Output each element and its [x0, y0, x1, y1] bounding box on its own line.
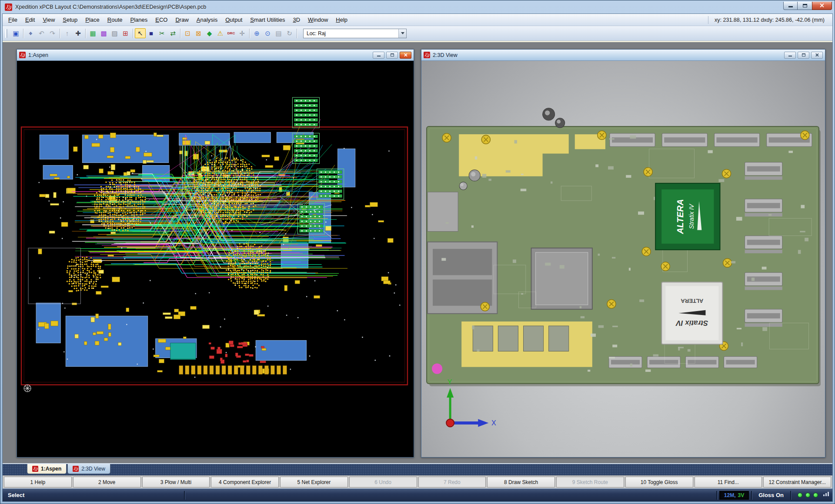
- menu-output[interactable]: Output: [221, 15, 246, 24]
- drc-ok-icon[interactable]: ◆: [204, 28, 215, 38]
- menu-3d[interactable]: 3D: [289, 15, 304, 24]
- function-key-11-find[interactable]: 11 Find...: [695, 477, 762, 487]
- toolbar-separator: [60, 29, 60, 38]
- function-key-4-component-explorer[interactable]: 4 Component Explorer: [211, 477, 279, 487]
- menu-help[interactable]: Help: [332, 15, 351, 24]
- zoom-page-icon[interactable]: ⊙: [262, 28, 273, 38]
- place-parts-icon[interactable]: ▩: [98, 28, 109, 38]
- combobox-dropdown-icon[interactable]: [398, 29, 406, 38]
- drc-off-icon[interactable]: ✛: [237, 28, 247, 38]
- fpga-chip-green: ALTERA Stratix IV: [655, 183, 720, 250]
- 3d-view-window-controls: [784, 52, 823, 59]
- aspen-minimize-button[interactable]: [373, 52, 384, 59]
- board-display-icon[interactable]: ▦: [87, 28, 98, 38]
- find-icon[interactable]: ⌖: [25, 28, 36, 38]
- app-titlebar[interactable]: Xpedition xPCB Layout C:\Demonstrations\…: [0, 0, 835, 13]
- app-client-area: File Edit View Setup Place Route Planes …: [2, 13, 833, 502]
- maximize-button[interactable]: [798, 2, 812, 10]
- mentor-logo-icon: [19, 52, 26, 58]
- 3d-minimize-button[interactable]: [784, 52, 796, 59]
- route-mode-icon[interactable]: ✂: [157, 28, 167, 38]
- menu-planes[interactable]: Planes: [127, 15, 152, 24]
- eco-mode-icon[interactable]: ⊞: [120, 28, 131, 38]
- function-key-bar: 1 Help 2 Move 3 Plow / Multi 4 Component…: [3, 475, 832, 488]
- loc-combobox-value: Loc: Raj: [307, 30, 326, 36]
- menu-view[interactable]: View: [39, 15, 59, 24]
- pcb-2d-canvas[interactable]: [17, 61, 414, 457]
- menu-place[interactable]: Place: [81, 15, 104, 24]
- save-icon[interactable]: ▣: [10, 28, 21, 38]
- toolbar-grip[interactable]: [5, 29, 7, 38]
- aspen-titlebar[interactable]: 1:Aspen: [17, 50, 414, 61]
- 3d-view-titlebar[interactable]: 2:3D View: [421, 50, 825, 61]
- toolbar-separator: [297, 29, 297, 38]
- mentor-logo-icon: [73, 466, 79, 472]
- pcb-3d-canvas[interactable]: ALTERA Stratix IV Stratix IV: [421, 61, 825, 457]
- function-key-1-help[interactable]: 1 Help: [4, 477, 72, 487]
- zoom-in-icon[interactable]: ⊕: [251, 28, 262, 38]
- 3d-restore-button[interactable]: [798, 52, 809, 59]
- status-separator: [184, 491, 185, 500]
- app-title: Xpedition xPCB Layout C:\Demonstrations\…: [15, 4, 206, 10]
- menu-file[interactable]: File: [4, 15, 21, 24]
- toolbar-separator: [249, 29, 250, 38]
- coordinate-readout: xy: 231.88, 131.12 dxdy: 245.86, -42.06 …: [708, 16, 831, 24]
- toolbar-separator: [133, 29, 133, 38]
- undo-icon[interactable]: ↶: [36, 28, 47, 38]
- drc-warning-icon[interactable]: ⚠: [215, 28, 226, 38]
- function-key-7-redo[interactable]: 7 Redo: [418, 477, 486, 487]
- 3d-close-button[interactable]: [811, 52, 823, 59]
- aspen-restore-button[interactable]: [386, 52, 398, 59]
- status-lights: [793, 493, 822, 497]
- menu-draw[interactable]: Draw: [171, 15, 192, 24]
- tab-3d-view[interactable]: 2:3D View: [67, 464, 110, 474]
- function-key-8-draw-sketch[interactable]: 8 Draw Sketch: [487, 477, 555, 487]
- function-key-5-net-explorer[interactable]: 5 Net Explorer: [280, 477, 348, 487]
- loc-combobox[interactable]: Loc: Raj: [303, 29, 407, 38]
- menu-eco[interactable]: ECO: [151, 15, 171, 24]
- toolbar-separator: [85, 29, 86, 38]
- tune-route-icon[interactable]: ⇄: [167, 28, 178, 38]
- tab-aspen[interactable]: 1:Aspen: [27, 464, 67, 474]
- mentor-logo-icon: [32, 466, 38, 472]
- menu-edit[interactable]: Edit: [21, 15, 39, 24]
- function-key-3-plow-multi[interactable]: 3 Plow / Multi: [142, 477, 210, 487]
- function-key-12-constraint-manager[interactable]: 12 Constraint Manager...: [763, 477, 831, 487]
- status-separator: [716, 491, 717, 500]
- close-button[interactable]: [812, 2, 832, 10]
- menu-window[interactable]: Window: [304, 15, 332, 24]
- add-component-icon[interactable]: ✚: [73, 28, 84, 38]
- hazards-batch-icon[interactable]: ⊠: [193, 28, 204, 38]
- function-key-9-sketch-route[interactable]: 9 Sketch Route: [556, 477, 624, 487]
- select-pointer-icon[interactable]: ↖: [135, 28, 146, 38]
- tab-3d-view-label: 2:3D View: [81, 466, 105, 472]
- function-key-10-toggle-gloss[interactable]: 10 Toggle Gloss: [625, 477, 693, 487]
- redo-icon[interactable]: ↷: [47, 28, 58, 38]
- status-separator: [751, 491, 752, 500]
- status-light-icon: [805, 493, 810, 497]
- redraw-icon[interactable]: ↻: [284, 28, 295, 38]
- menu-analysis[interactable]: Analysis: [193, 15, 221, 24]
- sheet-icon[interactable]: ▤: [273, 28, 284, 38]
- status-mode: Select: [3, 492, 182, 498]
- plane-display-icon[interactable]: ▨: [109, 28, 120, 38]
- app-window: Xpedition xPCB Layout C:\Demonstrations\…: [0, 0, 835, 504]
- menu-smart-utilities[interactable]: Smart Utilities: [246, 15, 289, 24]
- function-key-6-undo[interactable]: 6 Undo: [349, 477, 417, 487]
- function-key-2-move[interactable]: 2 Move: [73, 477, 141, 487]
- menu-route[interactable]: Route: [104, 15, 127, 24]
- move-up-icon[interactable]: ↑: [62, 28, 73, 38]
- center-chip: [531, 248, 592, 309]
- chip-family-label: Stratix IV: [688, 203, 695, 229]
- aspen-window-title: 1:Aspen: [28, 52, 48, 58]
- axis-x-label: X: [491, 418, 496, 426]
- minimize-button[interactable]: [783, 2, 798, 10]
- menu-setup[interactable]: Setup: [59, 15, 81, 24]
- aspen-close-button[interactable]: [400, 52, 411, 59]
- hazards-icon[interactable]: ⊡: [182, 28, 193, 38]
- chip-family-label: Stratix IV: [675, 319, 708, 327]
- drc-window-icon[interactable]: DRC: [226, 28, 237, 38]
- status-light-icon: [798, 493, 802, 497]
- status-light-icon: [813, 493, 818, 497]
- active-layer-swatch[interactable]: ■: [146, 28, 157, 38]
